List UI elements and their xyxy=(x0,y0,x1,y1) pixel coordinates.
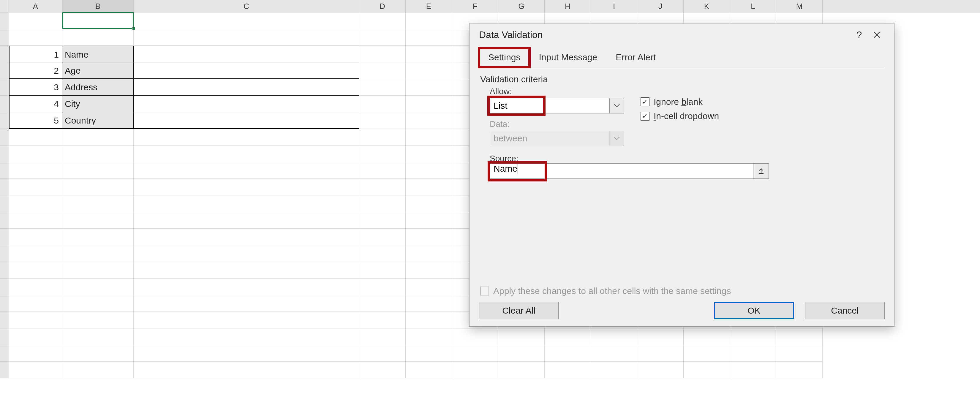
cell[interactable] xyxy=(360,145,406,162)
col-header-J[interactable]: J xyxy=(637,0,684,12)
cell[interactable] xyxy=(62,162,134,179)
cell[interactable] xyxy=(134,29,360,46)
cell[interactable] xyxy=(134,362,360,378)
cell[interactable] xyxy=(62,13,134,29)
cell[interactable] xyxy=(9,262,62,279)
cell[interactable] xyxy=(406,345,452,362)
cell[interactable] xyxy=(62,362,134,378)
cell[interactable] xyxy=(360,229,406,245)
cell[interactable] xyxy=(406,295,452,312)
cell[interactable] xyxy=(360,295,406,312)
cell[interactable]: 4 xyxy=(9,96,62,112)
cell[interactable] xyxy=(9,245,62,262)
cell[interactable] xyxy=(776,362,822,378)
row-header[interactable] xyxy=(0,179,9,195)
cell[interactable] xyxy=(360,362,406,378)
cell[interactable] xyxy=(9,145,62,162)
cell[interactable] xyxy=(406,129,452,145)
cell[interactable] xyxy=(9,179,62,195)
cell[interactable] xyxy=(134,129,360,145)
cell[interactable] xyxy=(684,362,730,378)
cell[interactable] xyxy=(134,195,360,212)
cell[interactable] xyxy=(360,13,406,29)
cell[interactable] xyxy=(134,46,360,62)
cell[interactable] xyxy=(406,13,452,29)
cell[interactable] xyxy=(134,312,360,328)
cell[interactable] xyxy=(637,362,684,378)
cell[interactable] xyxy=(406,229,452,245)
cell[interactable] xyxy=(360,279,406,295)
cell[interactable] xyxy=(360,96,406,112)
cell[interactable] xyxy=(637,328,684,345)
cell[interactable] xyxy=(591,362,637,378)
col-header-K[interactable]: K xyxy=(684,0,730,12)
cancel-button[interactable]: Cancel xyxy=(805,302,885,319)
cell[interactable] xyxy=(406,62,452,79)
allow-combo[interactable]: List xyxy=(490,98,624,113)
cell[interactable] xyxy=(62,129,134,145)
cell[interactable] xyxy=(134,229,360,245)
col-header-G[interactable]: G xyxy=(498,0,545,12)
cell[interactable] xyxy=(9,229,62,245)
cell[interactable] xyxy=(406,162,452,179)
cell[interactable] xyxy=(406,328,452,345)
cell[interactable] xyxy=(730,328,776,345)
cell[interactable] xyxy=(360,328,406,345)
cell[interactable] xyxy=(134,212,360,229)
cell[interactable] xyxy=(9,312,62,328)
cell[interactable] xyxy=(62,179,134,195)
cell[interactable] xyxy=(62,195,134,212)
cell[interactable] xyxy=(776,345,822,362)
cell[interactable] xyxy=(360,312,406,328)
cell[interactable] xyxy=(9,195,62,212)
cell[interactable] xyxy=(9,295,62,312)
cell[interactable] xyxy=(9,129,62,145)
row-header-4[interactable] xyxy=(0,62,9,79)
cell[interactable] xyxy=(62,229,134,245)
source-input[interactable]: Name xyxy=(490,164,753,178)
col-header-E[interactable]: E xyxy=(406,0,452,12)
cell[interactable] xyxy=(637,345,684,362)
cell[interactable] xyxy=(406,179,452,195)
cell[interactable] xyxy=(360,62,406,79)
close-button[interactable] xyxy=(868,26,886,44)
cell[interactable] xyxy=(591,345,637,362)
cell[interactable] xyxy=(62,145,134,162)
cell[interactable] xyxy=(360,245,406,262)
cell[interactable] xyxy=(62,262,134,279)
row-header[interactable] xyxy=(0,229,9,245)
fill-handle[interactable] xyxy=(132,27,135,30)
cell[interactable] xyxy=(9,345,62,362)
cell[interactable] xyxy=(545,362,591,378)
cell[interactable] xyxy=(406,96,452,112)
cell[interactable] xyxy=(62,212,134,229)
cell[interactable] xyxy=(360,212,406,229)
cell[interactable]: 5 xyxy=(9,112,62,129)
cell[interactable] xyxy=(406,262,452,279)
cell[interactable] xyxy=(498,345,545,362)
row-header[interactable] xyxy=(0,145,9,162)
cell[interactable] xyxy=(9,328,62,345)
dialog-titlebar[interactable]: Data Validation ? xyxy=(469,24,894,46)
cell[interactable] xyxy=(9,279,62,295)
row-header[interactable] xyxy=(0,295,9,312)
in-cell-dropdown-checkbox[interactable]: ✓ In-cell dropdown xyxy=(641,111,719,121)
cell[interactable] xyxy=(134,145,360,162)
cell[interactable] xyxy=(134,295,360,312)
cell[interactable] xyxy=(62,279,134,295)
cell[interactable] xyxy=(134,179,360,195)
col-header-D[interactable]: D xyxy=(360,0,406,12)
cell[interactable] xyxy=(62,312,134,328)
col-header-F[interactable]: F xyxy=(452,0,498,12)
cell[interactable] xyxy=(545,328,591,345)
col-header-C[interactable]: C xyxy=(134,0,360,12)
cell[interactable] xyxy=(406,195,452,212)
cell[interactable] xyxy=(406,46,452,62)
col-header-B[interactable]: B xyxy=(62,0,134,12)
cell[interactable] xyxy=(452,362,498,378)
row-header-6[interactable] xyxy=(0,96,9,112)
cell[interactable] xyxy=(360,79,406,96)
cell[interactable] xyxy=(406,112,452,129)
cell[interactable]: Address xyxy=(62,79,134,96)
cell[interactable] xyxy=(134,162,360,179)
